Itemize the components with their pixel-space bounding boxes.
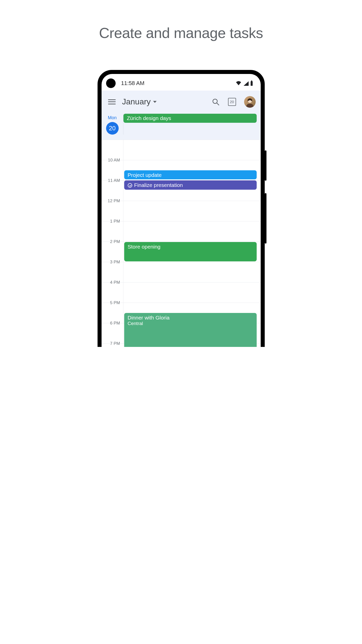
volume-button xyxy=(265,150,266,181)
status-time: 11:58 AM xyxy=(121,80,145,87)
hour-label: 10 AM xyxy=(102,158,123,163)
allday-event[interactable]: Zürich design days xyxy=(123,114,257,123)
hour-label: 1 PM xyxy=(102,219,123,224)
svg-rect-0 xyxy=(251,81,253,86)
menu-icon[interactable] xyxy=(108,99,116,104)
today-icon[interactable]: 20 xyxy=(228,98,236,106)
chevron-down-icon xyxy=(153,101,157,103)
power-button xyxy=(265,193,266,244)
task-label: Finalize presentation xyxy=(134,182,183,188)
event-dinner[interactable]: Dinner with Gloria Central xyxy=(124,313,257,347)
phone-frame: 11:58 AM January 20 xyxy=(98,70,265,347)
svg-rect-1 xyxy=(251,80,252,81)
task-finalize-presentation[interactable]: Finalize presentation xyxy=(124,180,257,190)
app-header: January 20 xyxy=(102,91,261,114)
battery-icon xyxy=(250,80,253,86)
day-view: Mon 20 Zürich design days 10 AM 11 AM 12… xyxy=(102,114,261,347)
hour-label: 4 PM xyxy=(102,280,123,285)
status-bar: 11:58 AM xyxy=(102,74,261,91)
svg-line-3 xyxy=(217,103,219,105)
hour-label: 7 PM xyxy=(102,341,123,346)
event-store-opening[interactable]: Store opening xyxy=(124,242,257,261)
promo-title: Create and manage tasks xyxy=(78,0,284,70)
hour-label: 3 PM xyxy=(102,260,123,265)
phone-screen: 11:58 AM January 20 xyxy=(102,74,261,347)
hour-label: 11 AM xyxy=(102,178,123,183)
hour-label: 5 PM xyxy=(102,300,123,305)
hour-label: 6 PM xyxy=(102,321,123,326)
wifi-icon xyxy=(236,81,242,86)
event-track: Project update Finalize presentation Sto… xyxy=(123,140,257,347)
signal-icon xyxy=(243,81,249,86)
event-project-update[interactable]: Project update xyxy=(124,170,257,179)
event-title: Dinner with Gloria xyxy=(128,315,253,321)
hour-label: 2 PM xyxy=(102,239,123,244)
avatar[interactable] xyxy=(244,96,256,108)
hours-grid[interactable]: 10 AM 11 AM 12 PM 1 PM 2 PM 3 PM 4 PM 5 … xyxy=(102,140,261,347)
day-header: Mon 20 Zürich design days xyxy=(102,114,261,140)
event-location: Central xyxy=(128,321,253,326)
month-picker[interactable]: January xyxy=(122,97,208,106)
search-icon[interactable] xyxy=(212,98,219,106)
month-label: January xyxy=(122,97,151,106)
weekday-label: Mon xyxy=(102,115,123,120)
hour-label: 12 PM xyxy=(102,198,123,204)
date-badge[interactable]: 20 xyxy=(106,122,119,135)
task-check-icon xyxy=(128,183,132,188)
camera-hole xyxy=(106,78,116,88)
